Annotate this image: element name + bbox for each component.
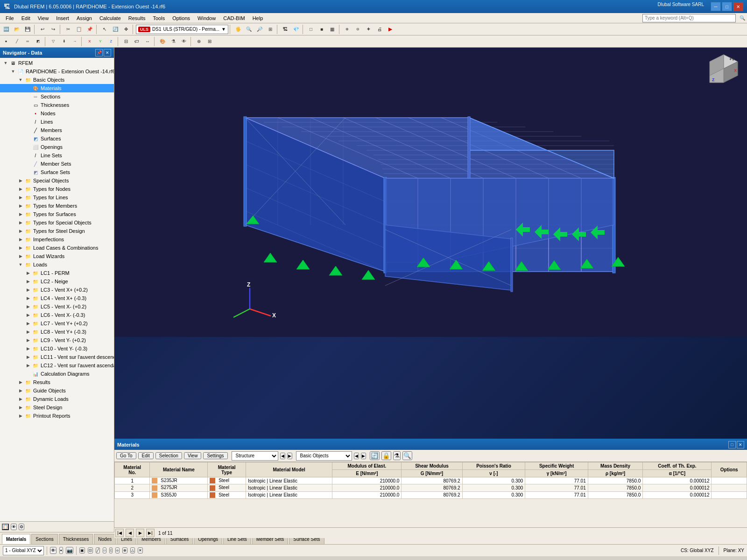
- page-last[interactable]: ▶|: [146, 529, 155, 537]
- tree-lc6[interactable]: ▶ 📁 LC6 - Vent X- (-0.3): [0, 311, 114, 319]
- minimize-button[interactable]: ─: [711, 2, 721, 11]
- tree-lc2[interactable]: ▶ 📁 LC2 - Neige: [0, 277, 114, 286]
- tb-paste[interactable]: 📌: [85, 24, 95, 35]
- tb-zoom-out[interactable]: 🔎: [254, 24, 265, 35]
- tree-types-steel[interactable]: ▶ 📁 Types for Steel Design: [0, 227, 114, 235]
- menu-view[interactable]: View: [34, 14, 53, 22]
- tb2-filter[interactable]: ⚗: [168, 36, 178, 47]
- tree-types-members[interactable]: ▶ 📁 Types for Members: [0, 202, 114, 210]
- status-btn7[interactable]: ⊕: [122, 547, 127, 553]
- mat-goto[interactable]: Go To: [116, 452, 136, 459]
- tree-project[interactable]: ▼ 📄 RAPIDHOME - Extension Ouest -14.rf6: [0, 67, 114, 76]
- tree-lines[interactable]: / Lines: [0, 118, 114, 126]
- tree-nodes[interactable]: • Nodes: [0, 109, 114, 118]
- tb-solid[interactable]: ■: [317, 24, 327, 35]
- tree-types-surfaces[interactable]: ▶ 📁 Types for Surfaces: [0, 210, 114, 218]
- mat-prev[interactable]: ◀: [280, 453, 285, 459]
- status-btn9[interactable]: ✕: [138, 547, 143, 553]
- nav-cube[interactable]: +Y X Z: [705, 52, 742, 90]
- menu-tools[interactable]: Tools: [149, 14, 169, 22]
- tree-dynamic-loads[interactable]: ▶ 📁 Dynamic Loads: [0, 395, 114, 403]
- page-first[interactable]: |◀: [115, 529, 124, 537]
- tree-load-cases[interactable]: ▶ 📁 Load Cases & Combinations: [0, 244, 114, 252]
- tree-lc12[interactable]: ▶ 📁 LC12 - Vent sur l'auvent ascendant: [0, 361, 114, 370]
- menu-edit[interactable]: Edit: [18, 14, 34, 22]
- page-next[interactable]: ▶: [136, 529, 144, 537]
- mat-next[interactable]: ▶: [287, 453, 292, 459]
- tb2-node[interactable]: ●: [1, 36, 11, 47]
- tb2-line[interactable]: ╱: [12, 36, 22, 47]
- maximize-button[interactable]: □: [722, 2, 732, 11]
- tb-3d[interactable]: 🏗: [280, 24, 290, 35]
- tb-redo[interactable]: ↪: [48, 24, 58, 35]
- nav-data-btn[interactable]: 📋: [2, 524, 9, 530]
- tree-special-objects[interactable]: ▶ 📁 Special Objects: [0, 176, 114, 185]
- tb2-member[interactable]: ═: [22, 36, 33, 47]
- tree-lc10[interactable]: ▶ 📁 LC10 - Vent Y- (-0.3): [0, 344, 114, 353]
- tree-lc9[interactable]: ▶ 📁 LC9 - Vent Y- (+0.2): [0, 336, 114, 344]
- tb2-zview[interactable]: Z: [106, 36, 116, 47]
- mat-refresh[interactable]: 🔄: [370, 451, 380, 460]
- status-btn1[interactable]: ▣: [79, 547, 85, 553]
- tree-results[interactable]: ▶ 📁 Results: [0, 378, 114, 386]
- close-button[interactable]: ✕: [733, 2, 743, 11]
- tb-rotate[interactable]: 🔄: [110, 24, 120, 35]
- tree-guide-objects[interactable]: ▶ 📁 Guide Objects: [0, 386, 114, 395]
- tb-more2[interactable]: ⊖: [353, 24, 363, 35]
- tb-fit[interactable]: ⊞: [265, 24, 275, 35]
- tree-loads[interactable]: ▼ 📁 Loads: [0, 260, 114, 269]
- tree-rfem[interactable]: ▼ 🖥 RFEM: [0, 59, 114, 67]
- tb-pan[interactable]: 🖐: [233, 24, 243, 35]
- tree-printout[interactable]: ▶ 📁 Printout Reports: [0, 412, 114, 420]
- mat-search[interactable]: 🔍: [402, 451, 412, 460]
- tree-surfacesets[interactable]: ◩ Surface Sets: [0, 168, 114, 176]
- tb-hidden[interactable]: ▦: [327, 24, 338, 35]
- tb-print[interactable]: 🖨: [374, 24, 385, 35]
- tree-types-lines[interactable]: ▶ 📁 Types for Lines: [0, 193, 114, 202]
- tree-thicknesses[interactable]: ▭ Thicknesses: [0, 101, 114, 109]
- tb-save[interactable]: 💾: [22, 24, 33, 35]
- tree-basic-objects[interactable]: ▼ 📁 Basic Objects: [0, 76, 114, 84]
- tree-lc4[interactable]: ▶ 📁 LC4 - Vent X+ (-0.3): [0, 294, 114, 302]
- tree-steel-design[interactable]: ▶ 📁 Steel Design: [0, 403, 114, 412]
- status-btn2[interactable]: ⊡: [88, 547, 93, 553]
- tree-members[interactable]: ╱ Members: [0, 126, 114, 134]
- tree-openings[interactable]: ⬜ Openings: [0, 143, 114, 151]
- tb-cut[interactable]: ✂: [63, 24, 73, 35]
- tb2-label[interactable]: 🏷: [132, 36, 142, 47]
- view-dropdown[interactable]: 1 - Global XYZ: [3, 546, 44, 555]
- status-dot[interactable]: •: [59, 547, 63, 554]
- nav-close[interactable]: ✕: [104, 49, 111, 56]
- mat-filter-btn[interactable]: ⚗: [393, 451, 401, 460]
- tab-nodes[interactable]: Nodes: [94, 534, 116, 544]
- tree-membersets[interactable]: ╱ Member Sets: [0, 160, 114, 168]
- materials-close-btn[interactable]: ✕: [737, 441, 744, 448]
- tb-move[interactable]: ✥: [121, 24, 131, 35]
- tb2-yview[interactable]: Y: [95, 36, 106, 47]
- tb2-display[interactable]: 👁: [179, 36, 189, 47]
- basic-objects-dropdown[interactable]: Basic Objects: [296, 451, 352, 461]
- tb-calculate-btn[interactable]: ▶: [385, 24, 395, 35]
- viewport-canvas[interactable]: Z X +Y: [114, 48, 747, 439]
- tb2-surface[interactable]: ◩: [33, 36, 43, 47]
- menu-cad-bim[interactable]: CAD-BIM: [219, 14, 248, 22]
- nav-filter-btn[interactable]: ⚙: [19, 524, 24, 530]
- tree-lc8[interactable]: ▶ 📁 LC8 - Vent Y+ (-0.3): [0, 328, 114, 336]
- tb-copy[interactable]: 📋: [74, 24, 84, 35]
- mat-view[interactable]: View: [184, 452, 202, 459]
- mat-lock[interactable]: 🔒: [381, 451, 391, 460]
- uls-dropdown[interactable]: ULS DS1 ULS (STR/GEO) - Perma... ▼: [136, 25, 228, 34]
- page-prev[interactable]: ◀: [126, 529, 134, 537]
- nav-pin[interactable]: 📌: [95, 49, 103, 56]
- tb-render[interactable]: 💎: [291, 24, 301, 35]
- tree-materials[interactable]: 🎨 Materials: [0, 84, 114, 92]
- tb-more3[interactable]: ✚: [364, 24, 374, 35]
- nav-view-btn[interactable]: 👁: [11, 524, 17, 530]
- tree-lc7[interactable]: ▶ 📁 LC7 - Vent Y+ (+0.2): [0, 319, 114, 328]
- status-camera[interactable]: 📷: [66, 547, 73, 554]
- tb-undo[interactable]: ↩: [37, 24, 48, 35]
- status-btn6[interactable]: ⌾: [115, 547, 120, 553]
- menu-insert[interactable]: Insert: [52, 14, 73, 22]
- tb2-xview[interactable]: X: [85, 36, 95, 47]
- status-eye[interactable]: 👁: [50, 547, 56, 554]
